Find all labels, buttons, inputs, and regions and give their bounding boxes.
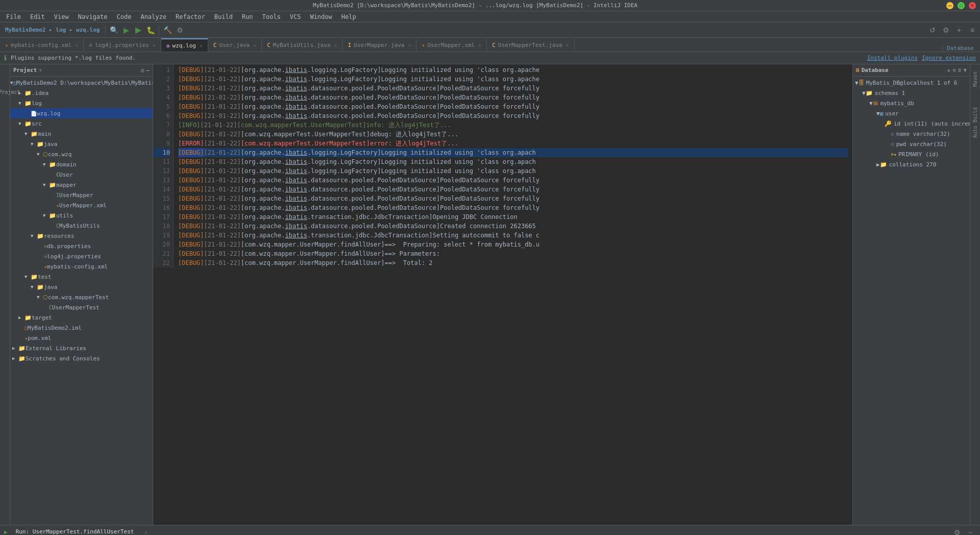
tree-main[interactable]: ▼ 📁 main bbox=[10, 129, 153, 139]
side-tab-project[interactable]: 1: Project bbox=[0, 89, 31, 95]
tree-user[interactable]: C User bbox=[10, 169, 153, 180]
db-ctrl-more[interactable]: ≡ bbox=[958, 67, 962, 74]
menu-window[interactable]: Window bbox=[306, 12, 336, 21]
tree-usermappertest[interactable]: C UserMapperTest bbox=[10, 302, 153, 312]
tab-usermappertest[interactable]: C UserMapperTest.java ✕ bbox=[487, 38, 575, 52]
menu-code[interactable]: Code bbox=[113, 12, 136, 21]
maximize-button[interactable]: □ bbox=[958, 2, 965, 9]
install-plugins-link[interactable]: Install plugins bbox=[867, 55, 918, 61]
db-item-mybatis-db-schema[interactable]: ▼ 🏛 mybatis_db bbox=[853, 98, 970, 108]
tree-iml[interactable]: ◫ MyBatisDemo2.iml bbox=[10, 323, 153, 333]
log-content[interactable]: [DEBUG][21-01-22][org.apache.ibatis.logg… bbox=[174, 64, 852, 525]
tree-test-java[interactable]: ▼ 📁 java bbox=[10, 282, 153, 292]
tree-target[interactable]: ▶ 📁 target bbox=[10, 312, 153, 323]
run-collapse-btn[interactable]: − bbox=[965, 527, 976, 536]
toolbar-db-refresh[interactable]: ↺ bbox=[927, 25, 938, 36]
toolbar-debug[interactable]: 🐛 bbox=[145, 25, 156, 36]
toolbar-search[interactable]: 🔍 bbox=[108, 25, 119, 36]
db-item-user-table[interactable]: ▼ ▦ user bbox=[853, 108, 970, 118]
db-ctrl-filter[interactable]: ▼ bbox=[963, 67, 967, 74]
tab-close-user[interactable]: ✕ bbox=[253, 42, 256, 48]
toolbar-db-settings[interactable]: ⚙ bbox=[940, 25, 951, 36]
toolbar-db-more[interactable]: + bbox=[953, 25, 965, 36]
tab-close-log4j[interactable]: ✕ bbox=[153, 42, 156, 48]
db-ctrl-add[interactable]: + bbox=[947, 67, 951, 74]
tab-mybatis-config[interactable]: ✦ mybatis-config.xml ✕ bbox=[0, 38, 84, 52]
tab-log4j[interactable]: ≡ log4j.properties ✕ bbox=[84, 38, 161, 52]
db-item-name-col[interactable]: ◇ name varchar(32) bbox=[853, 129, 970, 139]
tab-close-usermapper-java[interactable]: ✕ bbox=[408, 42, 411, 48]
tree-utils[interactable]: ▼ 📁 utils bbox=[10, 210, 153, 221]
tree-root[interactable]: ▼ ◫ MyBatisDemo2 D:\workspace\MyBatis\My… bbox=[10, 78, 153, 88]
db-item-primary-key[interactable]: 🗝 PRIMARY (id) bbox=[853, 149, 970, 159]
tree-com-wzq[interactable]: ▼ ⬡ com.wzq bbox=[10, 149, 153, 159]
close-button[interactable]: ✕ bbox=[969, 2, 976, 9]
database-panel-label[interactable]: Database bbox=[942, 45, 978, 52]
tree-log4j-props[interactable]: ≡ log4j.properties bbox=[10, 251, 153, 261]
db-item-pwd-col[interactable]: ◇ pwd varchar(32) bbox=[853, 139, 970, 149]
run-tab-active[interactable]: Run: UserMapperTest.findAllUserTest bbox=[12, 527, 138, 535]
tree-pom[interactable]: ✦ pom.xml bbox=[10, 333, 153, 343]
tree-db-props[interactable]: ≡ db.properties bbox=[10, 241, 153, 251]
menu-build[interactable]: Build bbox=[210, 12, 237, 21]
menu-vcs[interactable]: VCS bbox=[286, 12, 305, 21]
db-item-collations[interactable]: ▶ 📁 collations 270 bbox=[853, 159, 970, 169]
sidebar-ctrl-gear[interactable]: ⚙ bbox=[141, 67, 144, 74]
tree-mybatisutils[interactable]: C MyBatisUtils bbox=[10, 221, 153, 231]
tab-close-mybatisutils[interactable]: ✕ bbox=[334, 42, 337, 48]
menu-refactor[interactable]: Refactor bbox=[172, 12, 209, 21]
breadcrumb-log[interactable]: log bbox=[56, 27, 66, 33]
tab-close-usermappertest[interactable]: ✕ bbox=[566, 42, 569, 48]
tree-test[interactable]: ▼ 📁 test bbox=[10, 272, 153, 282]
breadcrumb-project[interactable]: MyBatisDemo2 bbox=[5, 27, 45, 33]
menu-tools[interactable]: Tools bbox=[258, 12, 285, 21]
menu-view[interactable]: View bbox=[50, 12, 73, 21]
toolbar-build[interactable]: 🔨 bbox=[162, 25, 173, 36]
tree-resources[interactable]: ▼ 📁 resources bbox=[10, 231, 153, 241]
sidebar-dropdown[interactable]: ▼ bbox=[39, 67, 42, 73]
tree-wzq-log[interactable]: 📄 wzq.log bbox=[10, 108, 153, 118]
breadcrumb-file[interactable]: wzq.log bbox=[76, 27, 100, 33]
run-tab-close[interactable]: ✕ bbox=[144, 529, 148, 536]
toolbar-settings[interactable]: ⚙ bbox=[174, 25, 185, 36]
tree-mapper[interactable]: ▼ 📁 mapper bbox=[10, 180, 153, 190]
menu-navigate[interactable]: Navigate bbox=[74, 12, 112, 21]
db-item-id-col[interactable]: 🔑 id int(11) (auto increment) bbox=[853, 118, 970, 129]
db-ctrl-settings[interactable]: ⚙ bbox=[952, 67, 956, 74]
tab-close-usermapper-xml[interactable]: ✕ bbox=[478, 42, 481, 48]
sidebar-ctrl-collapse[interactable]: − bbox=[146, 67, 150, 74]
tab-user-java[interactable]: C User.java ✕ bbox=[208, 38, 262, 52]
menu-analyze[interactable]: Analyze bbox=[136, 12, 170, 21]
tree-scratches[interactable]: ▶ 📁 Scratches and Consoles bbox=[10, 353, 153, 363]
tree-src[interactable]: ▼ 📁 src bbox=[10, 118, 153, 129]
tab-mybatisutils[interactable]: C MyBatisUtils.java ✕ bbox=[262, 38, 342, 52]
tree-usermapper-iface[interactable]: I UserMapper bbox=[10, 190, 153, 200]
tree-mybatis-config[interactable]: ✦ mybatis-config.xml bbox=[10, 261, 153, 272]
tree-idea[interactable]: ▶ 📁 .idea bbox=[10, 88, 153, 98]
tree-external-libs[interactable]: ▶ 📁 External Libraries bbox=[10, 343, 153, 353]
side-tab-autobuild[interactable]: Auto Build bbox=[971, 102, 979, 143]
minimize-button[interactable]: ─ bbox=[946, 2, 953, 9]
tree-com-wzq-mappertest[interactable]: ▼ ⬡ com.wzq.mapperTest bbox=[10, 292, 153, 302]
menu-run[interactable]: Run bbox=[238, 12, 257, 21]
toolbar-run-config[interactable]: ▶ bbox=[120, 25, 132, 36]
menu-help[interactable]: Help bbox=[337, 12, 360, 21]
menu-edit[interactable]: Edit bbox=[26, 12, 49, 21]
tab-usermapper-java[interactable]: I UserMapper.java ✕ bbox=[342, 38, 416, 52]
tab-wzq-log[interactable]: ◉ wzq.log ✕ bbox=[161, 38, 208, 52]
tree-domain[interactable]: ▼ 📁 domain bbox=[10, 159, 153, 169]
tree-java[interactable]: ▼ 📁 java bbox=[10, 139, 153, 149]
toolbar-db-filter[interactable]: ≡ bbox=[967, 25, 978, 36]
tree-log-folder[interactable]: ▼ 📁 log bbox=[10, 98, 153, 108]
db-item-mybatis-db[interactable]: ▼ 🗄 MyBatis_DB@localhost 1 of 6 bbox=[853, 78, 970, 88]
side-tab-maven[interactable]: Maven bbox=[971, 66, 979, 92]
toolbar-run[interactable]: ▶ bbox=[133, 25, 144, 36]
run-settings-btn[interactable]: ⚙ bbox=[951, 527, 963, 536]
tab-usermapper-xml[interactable]: ✦ UserMapper.xml ✕ bbox=[416, 38, 487, 52]
db-item-schemas[interactable]: ▼ 📁 schemas 1 bbox=[853, 88, 970, 98]
ignore-extension-link[interactable]: Ignore extension bbox=[922, 55, 976, 61]
tree-usermapper-xml[interactable]: ✦ UserMapper.xml bbox=[10, 200, 153, 210]
tab-close-wzq-log[interactable]: ✕ bbox=[200, 43, 203, 48]
menu-file[interactable]: File bbox=[2, 12, 25, 21]
tab-close-mybatis-config[interactable]: ✕ bbox=[75, 42, 78, 48]
